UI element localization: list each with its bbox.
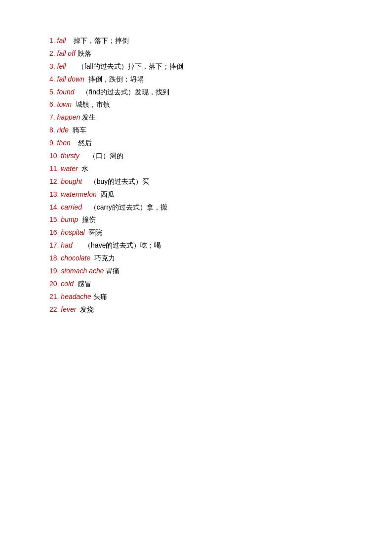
item-chinese: 发烧 <box>76 305 94 313</box>
item-number: 19. <box>49 267 61 275</box>
item-chinese: （fall的过去式）掉下，落下；摔倒 <box>66 62 183 70</box>
list-item: 21. headache 头痛 <box>49 291 392 303</box>
list-item: 13. watermelon 西瓜 <box>49 188 392 201</box>
vocabulary-list: 1. fall 掉下，落下；摔倒2. fall off 跌落3. fell （f… <box>49 35 392 316</box>
list-item: 1. fall 掉下，落下；摔倒 <box>49 35 392 47</box>
item-number: 3. <box>49 62 57 70</box>
item-number: 20. <box>49 280 61 288</box>
item-chinese: 巧克力 <box>90 254 115 262</box>
list-item: 15. bump 撞伤 <box>49 213 392 226</box>
list-item: 18. chocolate 巧克力 <box>49 252 392 265</box>
list-item: 16. hospital 医院 <box>49 226 392 239</box>
item-number: 18. <box>49 254 61 262</box>
item-number: 2. <box>49 49 57 57</box>
item-chinese: 骑车 <box>69 126 86 134</box>
item-number: 14. <box>49 203 61 211</box>
list-item: 5. found （find的过去式）发现，找到 <box>49 86 392 99</box>
list-item: 19. stomach ache 胃痛 <box>49 265 392 278</box>
item-chinese: （口）渴的 <box>79 152 123 160</box>
item-number: 11. <box>49 165 61 172</box>
list-item: 2. fall off 跌落 <box>49 47 392 60</box>
list-item: 4. fall down 摔倒，跌倒；坍塌 <box>49 73 392 86</box>
item-number: 5. <box>49 88 57 96</box>
item-chinese: 感冒 <box>74 280 91 288</box>
item-chinese: 掉下，落下；摔倒 <box>66 37 129 44</box>
item-chinese: 然后 <box>71 139 92 147</box>
list-item: 12. bought （buy的过去式）买 <box>49 175 392 188</box>
item-number: 7. <box>49 113 57 121</box>
list-item: 11. water 水 <box>49 163 392 175</box>
item-chinese: （buy的过去式）买 <box>82 177 149 185</box>
list-item: 20. cold 感冒 <box>49 278 392 291</box>
item-number: 15. <box>49 215 61 223</box>
item-chinese: 跌落 <box>76 49 91 57</box>
item-number: 6. <box>49 100 57 108</box>
item-chinese: 医院 <box>85 228 103 236</box>
item-chinese: 胃痛 <box>104 267 120 275</box>
item-number: 9. <box>49 139 57 147</box>
item-number: 22. <box>49 305 61 313</box>
item-chinese: （have的过去式）吃；喝 <box>73 241 161 249</box>
item-number: 12. <box>49 177 61 185</box>
list-item: 7. happen 发生 <box>49 111 392 124</box>
item-number: 13. <box>49 190 61 198</box>
item-chinese: 撞伤 <box>78 215 96 223</box>
list-item: 3. fell （fall的过去式）掉下，落下；摔倒 <box>49 60 392 73</box>
item-number: 10. <box>49 152 61 160</box>
item-chinese: 水 <box>78 165 89 172</box>
list-item: 9. then 然后 <box>49 137 392 150</box>
list-item: 22. fever 发烧 <box>49 303 392 316</box>
item-chinese: 发生 <box>80 113 96 121</box>
list-item: 14. carried （carry的过去式）拿，搬 <box>49 201 392 214</box>
list-item: 17. had （have的过去式）吃；喝 <box>49 239 392 252</box>
item-chinese: 头痛 <box>91 293 107 300</box>
item-number: 4. <box>49 75 57 83</box>
list-item: 8. ride 骑车 <box>49 124 392 137</box>
item-chinese: 摔倒，跌倒；坍塌 <box>84 75 144 83</box>
item-number: 17. <box>49 241 61 249</box>
item-chinese: 西瓜 <box>97 190 115 198</box>
list-item: 10. thirsty （口）渴的 <box>49 150 392 163</box>
item-number: 21. <box>49 293 61 300</box>
item-number: 1. <box>49 37 57 44</box>
item-number: 16. <box>49 228 61 236</box>
item-number: 8. <box>49 126 57 134</box>
item-chinese: （carry的过去式）拿，搬 <box>82 203 167 211</box>
list-item: 6. town 城镇，市镇 <box>49 98 392 111</box>
item-chinese: （find的过去式）发现，找到 <box>75 88 169 96</box>
item-chinese: 城镇，市镇 <box>72 100 110 108</box>
